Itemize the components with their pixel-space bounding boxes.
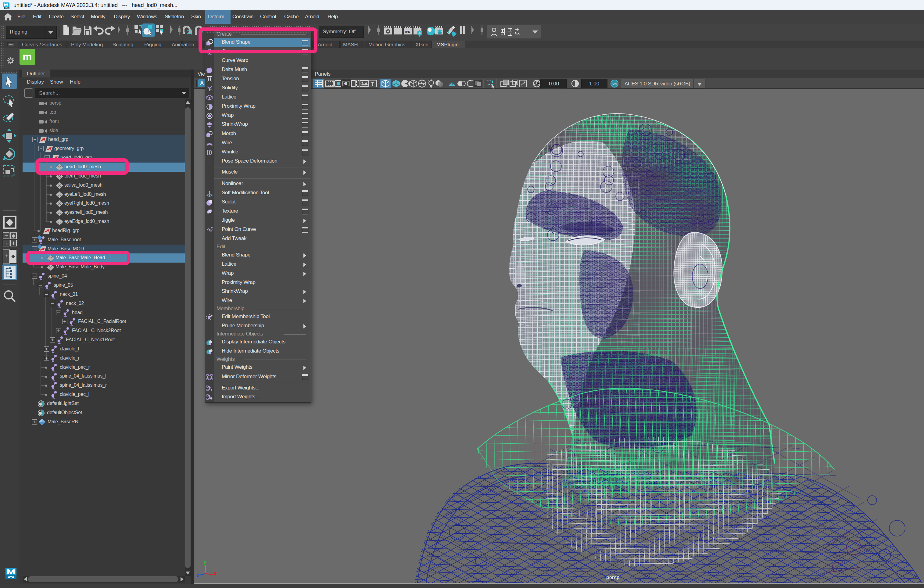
svg-text:persp: persp: [606, 575, 620, 580]
svg-text:ON: ON: [612, 83, 617, 85]
svg-text:y: y: [203, 558, 207, 565]
svg-text:T: T: [371, 81, 375, 87]
svg-text:z: z: [196, 572, 200, 578]
svg-text:IPR: IPR: [405, 30, 411, 34]
svg-text:x: x: [213, 570, 217, 576]
